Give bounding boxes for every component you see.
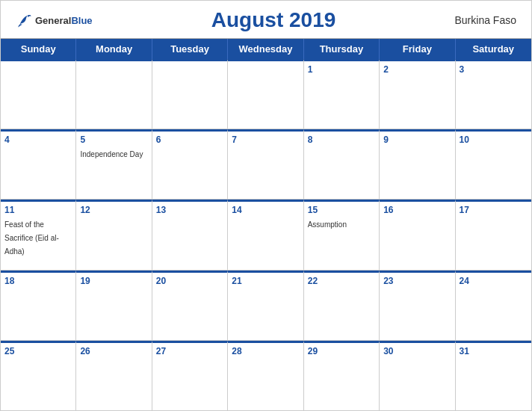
day-number: 7 [232, 135, 299, 145]
day-cell [228, 59, 303, 129]
day-cell: 29 [304, 341, 380, 410]
header-saturday: Saturday [456, 39, 531, 59]
day-number: 24 [460, 276, 528, 286]
day-number: 2 [383, 64, 451, 75]
day-cell: 15Assumption [304, 200, 380, 269]
day-number: 11 [4, 205, 72, 215]
day-cell: 19 [76, 271, 152, 340]
day-cell [152, 59, 228, 129]
event-text: Assumption [308, 220, 347, 229]
calendar-grid: Sunday Monday Tuesday Wednesday Thursday… [1, 38, 531, 410]
day-cell: 11Feast of the Sacrifice (Eid al-Adha) [1, 200, 76, 269]
day-number: 23 [383, 276, 451, 286]
day-cell: 26 [76, 341, 152, 410]
day-number: 12 [80, 205, 147, 215]
day-cell: 1 [304, 59, 380, 129]
week-row-1: 123 [1, 59, 531, 129]
logo-text: GeneralBlue [35, 13, 93, 27]
day-number: 18 [4, 276, 72, 286]
day-cell: 21 [228, 271, 303, 340]
day-number: 19 [80, 276, 147, 286]
logo-bird-icon [16, 12, 32, 28]
weeks-container: 12345Independence Day67891011Feast of th… [1, 59, 531, 410]
logo-blue: Blue [71, 15, 92, 26]
day-number: 17 [460, 205, 528, 215]
day-cell: 22 [304, 271, 380, 340]
day-number: 3 [460, 64, 528, 75]
day-cell: 7 [228, 129, 303, 199]
day-number: 9 [383, 135, 451, 145]
event-text: Feast of the Sacrifice (Eid al-Adha) [4, 220, 59, 256]
week-row-5: 25262728293031 [1, 341, 531, 410]
header-thursday: Thursday [304, 39, 380, 59]
header-monday: Monday [76, 39, 152, 59]
day-cell: 9 [380, 129, 455, 199]
day-number: 20 [156, 276, 223, 286]
calendar-header: GeneralBlue August 2019 Burkina Faso [1, 1, 531, 38]
header-wednesday: Wednesday [228, 39, 303, 59]
day-number: 22 [308, 276, 375, 286]
day-number: 5 [80, 135, 147, 145]
day-cell: 4 [1, 129, 76, 199]
day-number: 31 [460, 346, 528, 356]
day-number: 10 [460, 135, 528, 145]
event-text: Independence Day [80, 150, 143, 158]
week-row-3: 11Feast of the Sacrifice (Eid al-Adha)12… [1, 200, 531, 270]
day-cell: 31 [456, 341, 531, 410]
day-number: 30 [383, 346, 451, 356]
day-cell: 12 [76, 200, 152, 269]
day-cell: 23 [380, 271, 455, 340]
header-friday: Friday [380, 39, 455, 59]
day-number: 6 [156, 135, 223, 145]
day-number: 25 [4, 346, 72, 356]
logo-general: General [35, 15, 71, 26]
day-cell: 2 [380, 59, 455, 129]
day-cell: 6 [152, 129, 228, 199]
day-cell [1, 59, 76, 129]
day-number: 29 [308, 346, 375, 356]
day-cell: 18 [1, 271, 76, 340]
day-number: 1 [308, 64, 375, 75]
day-number: 28 [232, 346, 299, 356]
day-cell [76, 59, 152, 129]
day-cell: 3 [456, 59, 531, 129]
day-number: 8 [308, 135, 375, 145]
day-cell: 5Independence Day [76, 129, 152, 199]
day-cell: 16 [380, 200, 455, 269]
calendar-title: August 2019 [211, 8, 336, 32]
day-cell: 27 [152, 341, 228, 410]
calendar-container: GeneralBlue August 2019 Burkina Faso Sun… [0, 0, 532, 411]
day-cell: 24 [456, 271, 531, 340]
day-number: 14 [232, 205, 299, 215]
country-label: Burkina Faso [455, 14, 516, 26]
day-number: 4 [4, 135, 72, 145]
day-number: 27 [156, 346, 223, 356]
day-number: 21 [232, 276, 299, 286]
week-row-2: 45Independence Day678910 [1, 129, 531, 200]
day-cell: 28 [228, 341, 303, 410]
day-cell: 25 [1, 341, 76, 410]
day-number: 26 [80, 346, 147, 356]
day-number: 13 [156, 205, 223, 215]
day-cell: 20 [152, 271, 228, 340]
header-sunday: Sunday [1, 39, 76, 59]
day-cell: 10 [456, 129, 531, 199]
day-cell: 14 [228, 200, 303, 269]
day-number: 16 [383, 205, 451, 215]
day-cell: 17 [456, 200, 531, 269]
day-cell: 30 [380, 341, 455, 410]
week-row-4: 18192021222324 [1, 271, 531, 341]
day-number: 15 [308, 205, 375, 215]
logo-area: GeneralBlue [16, 12, 93, 28]
day-headers-row: Sunday Monday Tuesday Wednesday Thursday… [1, 39, 531, 59]
header-tuesday: Tuesday [152, 39, 228, 59]
day-cell: 8 [304, 129, 380, 199]
day-cell: 13 [152, 200, 228, 269]
